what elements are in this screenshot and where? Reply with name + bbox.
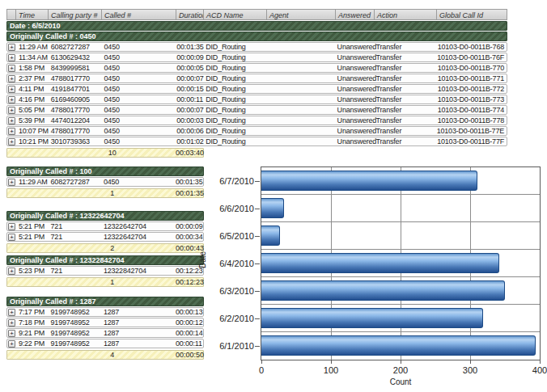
x-tick-label: 100 — [315, 365, 347, 375]
bar-slot — [261, 195, 540, 222]
cell-answered: Unanswered — [336, 53, 375, 61]
cell-answered: Unanswered — [336, 85, 375, 93]
expand-row-icon[interactable]: + — [8, 107, 15, 114]
group-section: Originally Called # : 12322842704+5:23 P… — [6, 255, 204, 287]
cell-called-: 0450 — [103, 137, 177, 145]
cell-action: Transfer — [375, 53, 437, 61]
expand-row-icon[interactable]: + — [8, 65, 15, 72]
cell-called-: 1287 — [102, 318, 176, 327]
expand-row-icon[interactable]: + — [8, 223, 15, 230]
summary-total-duration: 00:12:23 — [176, 278, 203, 286]
expand-row-icon[interactable]: + — [8, 309, 15, 316]
call-record-row: +1:58 PM8439999581045000:00:05DID_Routin… — [6, 63, 507, 73]
expand-cell: + — [7, 340, 17, 348]
cell-global-call-id: 10103-D0-0011B-768 — [436, 43, 507, 51]
cell-time: 5:21 PM — [17, 222, 49, 230]
cell-duration: 00:01:02 — [176, 137, 204, 145]
expand-row-icon[interactable]: + — [8, 54, 15, 61]
bar-6-4-2010 — [261, 253, 499, 273]
expand-row-icon[interactable]: + — [8, 234, 15, 241]
expand-row-icon[interactable]: + — [8, 179, 15, 186]
expand-row-icon[interactable]: + — [8, 138, 15, 145]
summary-call-count: 1 — [49, 278, 176, 286]
cell-calling-party-: 721 — [49, 267, 102, 275]
cell-called-: 0450 — [103, 74, 177, 82]
cell-answered: Unanswered — [336, 74, 375, 82]
expand-cell: + — [7, 86, 17, 93]
expand-row-icon[interactable]: + — [8, 117, 15, 124]
group-summary-row: 400:00:50 — [6, 350, 204, 360]
expand-cell: + — [7, 107, 17, 114]
cell-acd-name: DID_Routing — [204, 85, 267, 93]
expand-cell: + — [7, 117, 17, 124]
expand-row-icon[interactable]: + — [8, 319, 15, 327]
cell-called-: 12322642704 — [102, 233, 176, 241]
group-summary-row: 1000:03:40 — [6, 148, 204, 158]
y-tick-mark — [255, 318, 260, 319]
expand-row-icon[interactable]: + — [8, 330, 15, 337]
expand-cell: + — [7, 138, 17, 145]
bar-6-1-2010 — [261, 335, 536, 356]
x-axis-title: Count — [261, 377, 541, 386]
y-tick-label: 6/5/2010 — [201, 222, 254, 250]
x-tick-label: 200 — [384, 365, 417, 375]
cell-called-: 0450 — [103, 106, 177, 114]
cell-calling-party-: 6130629432 — [49, 53, 103, 61]
y-tick-label: 6/6/2010 — [201, 195, 254, 222]
cell-global-call-id: 10103-D0-0011B-774 — [436, 106, 507, 114]
expand-row-icon[interactable]: + — [8, 340, 15, 348]
cell-called-: 0450 — [103, 43, 177, 51]
column-header-duration: Duration — [176, 9, 204, 20]
cell-calling-party-: 4191847701 — [49, 85, 103, 93]
expand-row-icon[interactable]: + — [8, 75, 15, 82]
y-tick-label: 6/7/2010 — [201, 167, 254, 195]
cell-action: Transfer — [375, 95, 437, 103]
expand-row-icon[interactable]: + — [8, 96, 15, 103]
x-tick-mark — [470, 360, 471, 364]
column-header-acd-name: ACD Name — [204, 9, 267, 20]
cell-calling-party-: 4788017770 — [49, 106, 103, 114]
bar-slot — [261, 167, 540, 195]
bar-6-5-2010 — [261, 226, 280, 246]
summary-total-duration: 00:00:50 — [176, 351, 203, 359]
x-tick-label: 300 — [454, 365, 486, 375]
cell-duration: 00:00:05 — [176, 64, 204, 72]
y-tick-label: 6/3/2010 — [201, 277, 254, 305]
cell-called-: 0450 — [103, 53, 177, 61]
cell-acd-name: DID_Routing — [204, 53, 267, 61]
column-header-action: Action — [375, 9, 437, 20]
y-tick-mark — [255, 181, 260, 182]
y-tick-label: 6/1/2010 — [201, 332, 254, 360]
summary-call-count: 2 — [49, 244, 176, 252]
expand-cell: + — [7, 65, 17, 72]
cell-duration: 00:01:35 — [176, 43, 204, 51]
call-record-row: +5:21 PM7211232264270400:00:09 — [6, 221, 204, 231]
call-record-row: +9:22 PM9199748952128700:00:11 — [6, 339, 204, 348]
cell-calling-party-: 6169460905 — [49, 95, 103, 103]
expand-row-icon[interactable]: + — [8, 86, 15, 93]
expand-row-icon[interactable]: + — [8, 268, 15, 275]
cell-global-call-id: 10103-D0-0011B-77F — [436, 137, 507, 145]
cell-time: 4:16 PM — [17, 95, 49, 103]
cell-global-call-id: 10103-D0-0011B-772 — [436, 85, 507, 93]
x-axis-labels: 0100200300400 — [261, 365, 540, 376]
cell-time: 5:39 PM — [17, 116, 49, 124]
cell-calling-party-: 4788017770 — [49, 74, 103, 82]
group-section: Originally Called # : 0450+11:29 AM60827… — [6, 32, 507, 158]
cell-time: 9:21 PM — [17, 329, 49, 337]
cell-calling-party-: 4788017770 — [49, 127, 103, 135]
expand-row-icon[interactable]: + — [8, 128, 15, 135]
expand-row-icon[interactable]: + — [8, 44, 15, 51]
cell-action: Transfer — [375, 127, 437, 135]
cell-time: 10:21 PM — [17, 137, 49, 145]
column-header-expand — [6, 9, 16, 20]
bar-6-3-2010 — [261, 280, 505, 301]
cell-answered: Unanswered — [336, 95, 375, 103]
expand-cell: + — [7, 44, 17, 51]
summary-call-count: 4 — [49, 351, 176, 359]
call-record-row: +4:11 PM4191847701045000:00:15DID_Routin… — [6, 84, 507, 94]
x-axis-ticks — [261, 360, 540, 365]
call-record-row: +11:29 AM6082727287045000:01:35DID_Routi… — [6, 42, 507, 52]
cell-calling-party-: 721 — [49, 233, 102, 241]
cell-called-: 0450 — [103, 95, 177, 103]
